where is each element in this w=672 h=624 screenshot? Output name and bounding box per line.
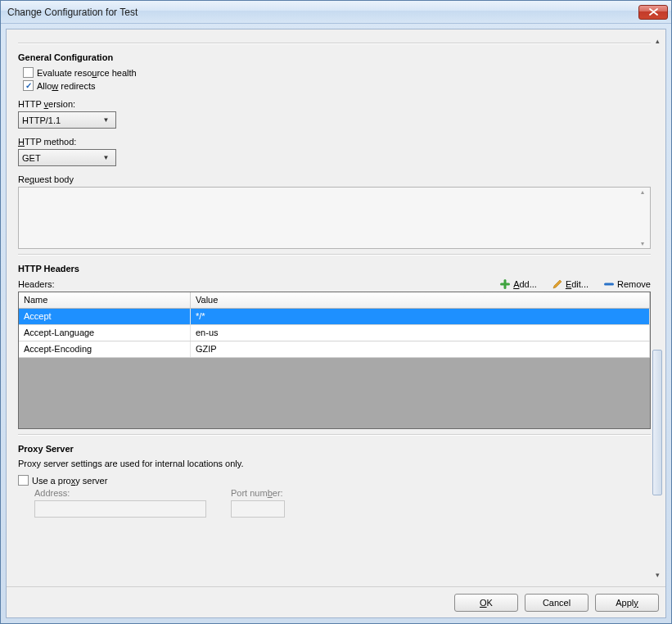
proxy-description: Proxy server settings are used for inter… <box>18 459 651 468</box>
ok-button[interactable]: OK <box>454 594 518 612</box>
proxy-section-title: Proxy Server <box>18 444 651 454</box>
add-header-button[interactable]: Add... <box>499 278 537 290</box>
use-proxy-checkbox-row[interactable]: Use a proxy server <box>18 475 651 486</box>
table-row[interactable]: Accept-Language en-us <box>19 325 650 341</box>
headers-section-title: HTTP Headers <box>18 264 651 274</box>
table-row[interactable]: Accept */* <box>19 309 650 325</box>
scrollbar-track[interactable] <box>651 47 664 568</box>
http-method-select[interactable]: GET ▼ <box>18 149 116 166</box>
table-row[interactable]: Accept-Encoding GZIP <box>19 341 650 358</box>
cell-name: Accept <box>19 309 191 324</box>
window-title: Change Configuration for Test <box>7 7 638 18</box>
minus-icon <box>603 278 615 290</box>
evaluate-health-checkbox[interactable] <box>23 67 34 78</box>
divider <box>18 43 651 44</box>
svg-rect-1 <box>500 283 510 286</box>
plus-icon <box>499 278 511 290</box>
allow-redirects-checkbox-row[interactable]: Allow redirects <box>23 80 651 91</box>
cancel-button[interactable]: Cancel <box>525 594 589 612</box>
allow-redirects-label: Allow redirects <box>37 81 96 91</box>
proxy-address-field: Address: <box>34 488 206 518</box>
evaluate-health-checkbox-row[interactable]: Evaluate resource health <box>23 67 651 78</box>
request-body-textarea[interactable]: ▴ ▾ <box>18 187 651 249</box>
divider <box>18 254 651 255</box>
general-section-title: General Configuration <box>18 52 651 62</box>
titlebar: Change Configuration for Test <box>1 1 671 24</box>
dialog-window: Change Configuration for Test General Co… <box>0 0 672 624</box>
close-icon <box>649 8 658 16</box>
http-method-label: HTTP method: <box>18 137 651 147</box>
headers-table-header: Name Value <box>19 292 650 309</box>
chevron-down-icon: ▼ <box>100 154 112 161</box>
chevron-down-icon: ▼ <box>100 116 112 124</box>
use-proxy-label: Use a proxy server <box>32 476 107 486</box>
column-value[interactable]: Value <box>191 292 650 309</box>
vertical-scrollbar[interactable]: ▴ ▾ <box>651 34 664 581</box>
use-proxy-checkbox[interactable] <box>18 475 29 486</box>
pencil-icon <box>552 278 563 290</box>
http-version-select[interactable]: HTTP/1.1 ▼ <box>18 111 116 129</box>
edit-header-button[interactable]: Edit... <box>552 278 589 290</box>
content-scroll: General Configuration Evaluate resource … <box>7 29 665 586</box>
proxy-port-label: Port number: <box>231 488 285 498</box>
headers-label: Headers: <box>18 279 55 289</box>
scroll-up-icon: ▴ <box>636 188 649 196</box>
textarea-scrollbar[interactable]: ▴ ▾ <box>636 188 649 247</box>
proxy-port-field: Port number: <box>231 488 285 518</box>
scroll-down-icon: ▾ <box>651 568 664 581</box>
remove-header-button[interactable]: Remove <box>603 278 651 290</box>
cell-name: Accept-Language <box>19 325 191 341</box>
column-name[interactable]: Name <box>19 292 191 309</box>
client-area: General Configuration Evaluate resource … <box>6 29 666 618</box>
evaluate-health-label: Evaluate resource health <box>37 68 137 78</box>
divider <box>18 434 651 436</box>
proxy-address-label: Address: <box>34 488 206 498</box>
dialog-button-bar: OK Cancel Apply <box>7 586 665 617</box>
http-version-value: HTTP/1.1 <box>22 115 100 125</box>
close-button[interactable] <box>638 5 668 20</box>
cell-value: GZIP <box>191 341 650 357</box>
scrollbar-thumb[interactable] <box>652 350 662 495</box>
proxy-fields: Address: Port number: <box>34 488 651 518</box>
apply-button[interactable]: Apply <box>595 594 659 612</box>
svg-rect-2 <box>604 283 614 286</box>
cell-name: Accept-Encoding <box>19 341 191 357</box>
headers-table[interactable]: Name Value Accept */* Accept-Language en… <box>18 292 651 429</box>
headers-toolbar: Headers: Add... Edit... <box>18 278 651 290</box>
scroll-up-icon: ▴ <box>651 34 664 47</box>
request-body-label: Request body <box>18 174 651 184</box>
proxy-port-input[interactable] <box>231 500 285 518</box>
http-method-value: GET <box>22 153 100 163</box>
scroll-down-icon: ▾ <box>636 240 649 247</box>
allow-redirects-checkbox[interactable] <box>23 80 34 91</box>
proxy-address-input[interactable] <box>34 500 206 518</box>
cell-value: */* <box>191 309 650 324</box>
cell-value: en-us <box>191 325 650 341</box>
http-version-label: HTTP version: <box>18 99 651 109</box>
